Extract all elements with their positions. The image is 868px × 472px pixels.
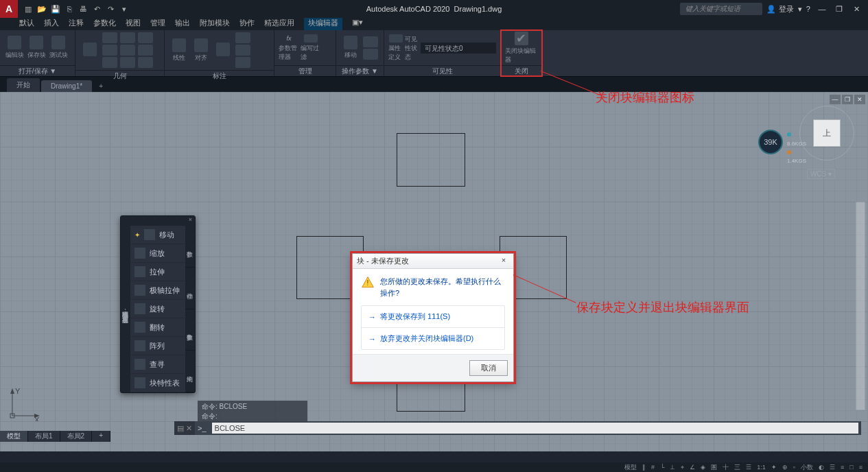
autoconstrain-button[interactable] [80, 36, 100, 64]
palette-close-icon[interactable]: × [189, 216, 192, 226]
tab-parametric[interactable]: 参数化 [93, 18, 116, 30]
performance-widget[interactable]: 39K 8.6KGS 1.4KGS [758, 130, 793, 154]
layout-2[interactable]: 布局2 [60, 431, 93, 442]
linear-dim-button[interactable]: 线性 [169, 36, 189, 64]
authoring-button[interactable]: 编写过滤 [301, 34, 321, 62]
vp-close-icon[interactable]: ✕ [854, 95, 865, 104]
status-osnap-icon[interactable]: ⌖ [679, 464, 685, 471]
qat-saveas-icon[interactable]: ⎘ [63, 3, 75, 15]
drawing-canvas[interactable]: — ❐ ✕ 距离1 ! × 块编写选项板 - 所有选项板 ✦移动 缩放 拉伸 极… [0, 92, 868, 451]
fx-button[interactable]: fx参数管理器 [279, 34, 299, 62]
status-clean-icon[interactable]: □ [848, 464, 854, 471]
tab-addins[interactable]: 附加模块 [200, 18, 230, 30]
qat-save-icon[interactable]: 💾 [49, 3, 62, 15]
status-annoscale-icon[interactable]: ✦ [770, 464, 778, 471]
palette-item-properties[interactable]: 块特性表 [130, 374, 185, 392]
move-param-button[interactable]: 移动 [340, 34, 361, 62]
help-search-input[interactable]: 键入关键字或短语 [680, 3, 762, 15]
tab-overflow-icon[interactable]: ▣▾ [352, 18, 363, 30]
dialog-save-option[interactable]: →将更改保存到 111(S) [362, 306, 504, 327]
status-ortho-icon[interactable]: └ [659, 464, 666, 471]
palette-item-scale[interactable]: 缩放 [130, 244, 185, 263]
panel-opensave-label[interactable]: 打开/保存 ▼ [0, 65, 75, 76]
tab-insert[interactable]: 插入 [44, 18, 59, 30]
tab-view[interactable]: 视图 [126, 18, 141, 30]
close-block-editor-button[interactable]: ✔关闭块编辑器 [505, 34, 537, 62]
qat-dropdown-icon[interactable]: ▾ [118, 3, 130, 15]
geom-constraint-icon[interactable] [102, 32, 117, 43]
view-cube[interactable]: 上 [799, 106, 854, 161]
status-decimals[interactable]: 小数 [799, 463, 814, 472]
status-dyn-icon[interactable]: ◈ [699, 464, 707, 471]
aligned-dim-button[interactable]: 对齐 [191, 36, 211, 64]
panel-visibility-label[interactable]: 可见性 [384, 65, 500, 76]
palette-item-array[interactable]: 阵列 [130, 337, 185, 355]
doctab-drawing1[interactable]: Drawing1* [41, 80, 92, 92]
tab-block-editor[interactable]: 块编辑器 [304, 18, 342, 30]
status-isolate-icon[interactable]: ≡ [839, 464, 845, 471]
block-authoring-palette[interactable]: × 块编写选项板 - 所有选项板 ✦移动 缩放 拉伸 极轴拉伸 旋转 翻转 阵列… [120, 215, 196, 393]
status-model[interactable]: 模型 [623, 463, 638, 472]
status-annomonitor-icon[interactable]: ☰ [744, 464, 753, 471]
dialog-close-icon[interactable]: × [498, 256, 509, 267]
window-restore-button[interactable]: ❐ [832, 5, 847, 14]
tab-featured[interactable]: 精选应用 [264, 18, 294, 30]
palette-item-move[interactable]: ✦移动 [130, 226, 185, 244]
visibility-state-combo[interactable]: 可见性状态0 [421, 43, 496, 54]
dialog-cancel-button[interactable]: 取消 [469, 360, 508, 376]
doctab-start[interactable]: 开始 [7, 78, 40, 92]
tab-collab[interactable]: 协作 [239, 18, 255, 30]
status-units-icon[interactable]: ▫ [792, 464, 797, 471]
palette-tab-actions[interactable]: 动作 [185, 268, 195, 309]
status-workspace-icon[interactable]: ⊕ [781, 464, 789, 471]
test-block-button[interactable]: 测试块 [48, 34, 69, 62]
wcs-dropdown[interactable]: WCS ▾ [807, 169, 835, 179]
app-logo[interactable]: A [0, 0, 18, 18]
qat-undo-icon[interactable]: ↶ [91, 3, 103, 15]
palette-tab-paramsets[interactable]: 参数集 [185, 309, 195, 351]
status-quickprops-icon[interactable]: ◐ [817, 464, 825, 471]
tab-default[interactable]: 默认 [19, 18, 34, 30]
tab-manage[interactable]: 管理 [150, 18, 165, 30]
status-snap-icon[interactable]: # [650, 464, 656, 471]
layout-add[interactable]: + [92, 431, 110, 442]
attr-def-button[interactable]: 属性定义 [388, 34, 403, 62]
palette-tab-constraints[interactable]: 约束 [185, 351, 195, 392]
qat-open-icon[interactable]: 📂 [36, 3, 48, 15]
dialog-discard-option[interactable]: →放弃更改并关闭块编辑器(D) [362, 327, 504, 349]
help-icon[interactable]: ? [806, 5, 810, 13]
edit-block-button[interactable]: 编辑块 [4, 34, 25, 62]
layout-model[interactable]: 模型 [0, 431, 28, 442]
status-cycling-icon[interactable]: 三 [733, 463, 742, 472]
palette-tab-params[interactable]: 参数 [185, 226, 195, 268]
panel-geometry-label[interactable]: 几何 [75, 70, 164, 81]
palette-item-stretch[interactable]: 拉伸 [130, 263, 185, 281]
viewcube-top-face[interactable]: 上 [813, 119, 841, 147]
vp-min-icon[interactable]: — [830, 95, 841, 104]
window-min-button[interactable]: — [814, 5, 830, 13]
palette-item-lookup[interactable]: 查寻 [130, 355, 185, 374]
status-scale[interactable]: 1:1 [755, 464, 767, 471]
qat-redo-icon[interactable]: ↷ [104, 3, 117, 15]
tab-output[interactable]: 输出 [175, 18, 190, 30]
qat-new-icon[interactable]: ▥ [22, 3, 34, 15]
status-grid-icon[interactable]: ‖ [641, 464, 647, 471]
tab-annotate[interactable]: 注释 [69, 18, 84, 30]
status-custom-icon[interactable]: ≡ [858, 464, 864, 471]
navigation-bar[interactable] [856, 202, 865, 410]
status-transparency-icon[interactable]: 十 [721, 463, 730, 472]
command-line[interactable]: ▤ ✕ >_ [174, 421, 861, 435]
palette-item-rotate[interactable]: 旋转 [130, 300, 185, 318]
qat-plot-icon[interactable]: 🖶 [77, 3, 89, 15]
doctab-add-button[interactable]: + [93, 80, 108, 92]
panel-actionparam-label[interactable]: 操作参数 ▼ [336, 65, 384, 76]
palette-title-label[interactable]: 块编写选项板 - 所有选项板 [121, 226, 130, 392]
status-otrack-icon[interactable]: ∠ [688, 464, 696, 471]
status-lock-icon[interactable]: ☰ [828, 464, 836, 471]
panel-manage-label[interactable]: 管理 [274, 65, 336, 76]
status-lwt-icon[interactable]: 圂 [709, 463, 718, 472]
palette-item-polar-stretch[interactable]: 极轴拉伸 [130, 281, 185, 300]
signin-button[interactable]: 👤登录 [766, 4, 794, 14]
vp-max-icon[interactable]: ❐ [842, 95, 853, 104]
dialog-title[interactable]: 块 - 未保存更改 × [353, 254, 513, 269]
